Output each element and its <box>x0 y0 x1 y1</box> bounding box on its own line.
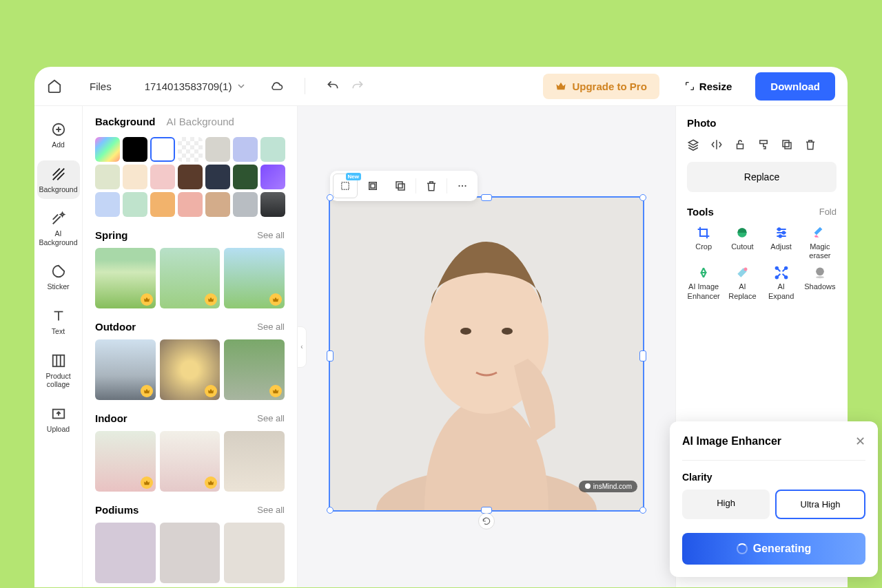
nav-upload[interactable]: Upload <box>37 400 80 439</box>
svg-point-8 <box>458 185 460 186</box>
swatch-transparent[interactable] <box>178 137 203 162</box>
undo-icon[interactable] <box>326 79 340 93</box>
svg-rect-3 <box>342 182 349 189</box>
tool-crop[interactable]: Crop <box>687 226 720 260</box>
bg-thumb-spring[interactable] <box>160 248 220 308</box>
nav-sticker[interactable]: Sticker <box>37 258 80 297</box>
swatch[interactable] <box>178 165 203 189</box>
swatch[interactable] <box>205 165 230 189</box>
canvas-image[interactable] <box>330 198 643 510</box>
tool-ai-replace[interactable]: AI Replace <box>726 266 759 300</box>
tool-adjust[interactable]: Adjust <box>765 226 798 260</box>
swatch-black[interactable] <box>123 137 147 162</box>
resize-handle[interactable] <box>639 194 646 201</box>
files-menu[interactable]: Files <box>90 81 112 92</box>
resize-handle[interactable] <box>639 507 646 514</box>
chevron-down-icon <box>237 82 245 90</box>
swatch[interactable] <box>205 192 230 217</box>
download-button[interactable]: Download <box>755 72 835 101</box>
more-button[interactable] <box>450 174 475 198</box>
swatch[interactable] <box>233 165 258 189</box>
resize-handle[interactable] <box>327 350 334 361</box>
swatch[interactable] <box>95 165 120 189</box>
resize-handle[interactable] <box>639 350 646 361</box>
resize-handle[interactable] <box>327 194 334 201</box>
see-all-spring[interactable]: See all <box>257 230 285 240</box>
nav-ai-background[interactable]: AI Background <box>37 204 80 252</box>
clarity-high[interactable]: High <box>682 490 770 519</box>
rotate-icon <box>482 516 491 526</box>
tool-shadows[interactable]: Shadows <box>803 266 837 300</box>
swatch-white[interactable] <box>150 137 175 162</box>
swatch[interactable] <box>150 192 175 217</box>
collapse-panel-button[interactable]: ‹ <box>297 326 307 368</box>
generate-button[interactable]: Generating <box>682 533 848 565</box>
resize-button[interactable]: Resize <box>684 81 732 92</box>
tool-ai-expand[interactable]: AI Expand <box>765 266 798 300</box>
nav-add[interactable]: Add <box>37 116 80 155</box>
tab-background[interactable]: Background <box>95 116 156 127</box>
home-icon[interactable] <box>47 78 62 94</box>
bg-thumb-indoor[interactable] <box>224 431 285 492</box>
paint-icon[interactable] <box>757 138 770 151</box>
flip-icon[interactable] <box>710 138 723 151</box>
bg-thumb-outdoor[interactable] <box>160 339 220 400</box>
svg-rect-17 <box>783 140 789 147</box>
trash-icon[interactable] <box>804 138 817 151</box>
bg-thumb-outdoor[interactable] <box>224 339 285 400</box>
see-all-outdoor[interactable]: See all <box>257 322 285 332</box>
tool-ai-enhancer[interactable]: AI Image Enhancer <box>687 266 720 300</box>
canvas-area[interactable]: ‹ New <box>298 106 675 587</box>
bg-thumb-podiums[interactable] <box>224 523 285 583</box>
fold-button[interactable]: Fold <box>819 207 837 217</box>
see-all-podiums[interactable]: See all <box>257 505 285 515</box>
swatch[interactable] <box>123 165 147 189</box>
nav-text[interactable]: Text <box>37 302 80 342</box>
tool-magic-eraser[interactable]: Magic eraser <box>803 226 837 260</box>
canvas-selection[interactable]: New <box>329 196 644 512</box>
clarity-ultra-high[interactable]: Ultra High <box>775 490 848 519</box>
bg-thumb-podiums[interactable] <box>160 523 220 583</box>
resize-handle[interactable] <box>481 194 492 201</box>
see-all-indoor[interactable]: See all <box>257 413 285 423</box>
swatch[interactable] <box>233 192 258 217</box>
swatch[interactable] <box>123 192 147 217</box>
lock-icon[interactable] <box>734 138 746 151</box>
nav-product-collage[interactable]: Product collage <box>37 347 80 395</box>
duplicate-icon[interactable] <box>781 138 793 151</box>
replace-button[interactable]: Replace <box>687 162 837 192</box>
swatch[interactable] <box>150 165 175 189</box>
resize-handle[interactable] <box>327 507 334 514</box>
layers-icon[interactable] <box>687 138 699 151</box>
crop-tool-button[interactable] <box>360 174 385 198</box>
copy-button[interactable] <box>388 174 413 198</box>
filename-dropdown[interactable]: 1714013583709(1) <box>145 81 246 92</box>
delete-button[interactable] <box>419 174 444 198</box>
swatch[interactable] <box>260 165 285 189</box>
tool-cutout[interactable]: Cutout <box>726 226 759 260</box>
ai-tool-button[interactable]: New <box>333 174 358 198</box>
svg-point-27 <box>785 276 787 278</box>
frame-icon <box>367 180 379 192</box>
bg-thumb-indoor[interactable] <box>95 431 156 492</box>
swatch[interactable] <box>233 137 258 162</box>
rotate-handle[interactable] <box>478 513 495 529</box>
swatch[interactable] <box>205 137 230 162</box>
eraser-icon <box>813 226 827 240</box>
svg-rect-16 <box>737 144 743 149</box>
swatch[interactable] <box>260 192 285 217</box>
bg-thumb-outdoor[interactable] <box>95 339 156 400</box>
upgrade-button[interactable]: Upgrade to Pro <box>543 74 659 99</box>
tab-ai-background[interactable]: AI Background <box>167 116 234 127</box>
nav-background[interactable]: Background <box>37 160 80 200</box>
swatch[interactable] <box>260 137 285 162</box>
swatch[interactable] <box>178 192 203 217</box>
swatch[interactable] <box>95 192 120 217</box>
cloud-sync-icon[interactable] <box>270 79 284 93</box>
bg-thumb-spring[interactable] <box>224 248 285 308</box>
bg-thumb-indoor[interactable] <box>160 431 220 492</box>
bg-thumb-spring[interactable] <box>95 248 156 308</box>
divider <box>416 178 416 193</box>
bg-thumb-podiums[interactable] <box>95 523 156 583</box>
swatch-custom[interactable] <box>95 137 120 162</box>
